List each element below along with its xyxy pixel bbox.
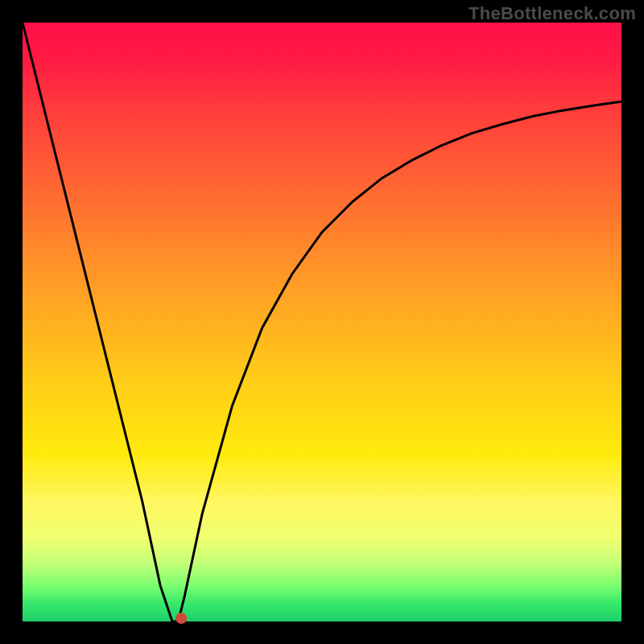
plot-area (23, 23, 621, 621)
watermark-label: TheBottleneck.com (469, 3, 636, 24)
chart-frame: TheBottleneck.com (0, 0, 644, 644)
minimum-marker (175, 613, 187, 624)
curve-layer (23, 23, 621, 621)
bottleneck-curve (23, 23, 621, 621)
